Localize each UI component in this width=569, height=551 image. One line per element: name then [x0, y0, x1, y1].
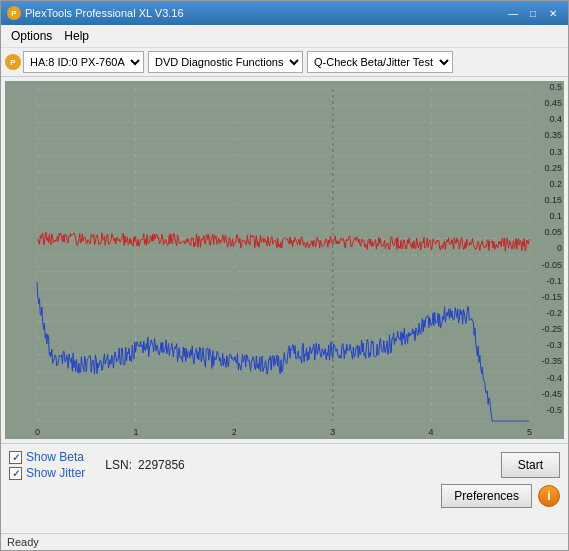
chart-canvas: [5, 81, 564, 439]
show-jitter-checkbox[interactable]: [9, 467, 22, 480]
drive-dropdown[interactable]: HA:8 ID:0 PX-760A: [23, 51, 144, 73]
x-label: 2: [232, 427, 237, 437]
y-right-label: 0.3: [534, 148, 562, 157]
show-jitter-label: Show Jitter: [26, 466, 85, 480]
title-bar-left: P PlexTools Professional XL V3.16: [7, 6, 184, 20]
y-right-label: -0.15: [534, 293, 562, 302]
bottom-row1: Show Beta Show Jitter LSN: 2297856 Start: [9, 450, 560, 480]
lsn-value: 2297856: [138, 458, 185, 472]
y-right-label: 0.2: [534, 180, 562, 189]
y-right-label: 0.05: [534, 228, 562, 237]
x-axis-labels: 012345: [35, 427, 532, 437]
y-right-label: -0.45: [534, 390, 562, 399]
info-button[interactable]: i: [538, 485, 560, 507]
y-right-label: 0.5: [534, 83, 562, 92]
status-text: Ready: [7, 536, 39, 548]
chart-area: High Low 0.50.450.40.350.30.250.20.150.1…: [5, 81, 564, 439]
y-right-label: -0.1: [534, 277, 562, 286]
function-dropdown[interactable]: DVD Diagnostic Functions: [148, 51, 303, 73]
lsn-section: LSN: 2297856: [105, 458, 184, 472]
show-beta-label: Show Beta: [26, 450, 84, 464]
close-button[interactable]: ✕: [544, 5, 562, 21]
drive-icon: P: [5, 54, 21, 70]
y-right-label: -0.5: [534, 406, 562, 415]
menu-options[interactable]: Options: [5, 27, 58, 45]
y-right-label: -0.05: [534, 261, 562, 270]
menu-help[interactable]: Help: [58, 27, 95, 45]
y-right-label: 0: [534, 244, 562, 253]
x-label: 4: [429, 427, 434, 437]
app-icon: P: [7, 6, 21, 20]
checkbox-group: Show Beta Show Jitter: [9, 450, 85, 480]
y-right-label: -0.25: [534, 325, 562, 334]
menu-bar: Options Help: [1, 25, 568, 48]
x-label: 1: [133, 427, 138, 437]
x-label: 5: [527, 427, 532, 437]
title-bar: P PlexTools Professional XL V3.16 — □ ✕: [1, 1, 568, 25]
y-right-label: -0.2: [534, 309, 562, 318]
x-label: 3: [330, 427, 335, 437]
bottom-panel: Show Beta Show Jitter LSN: 2297856 Start…: [1, 443, 568, 533]
bottom-row2: Preferences i: [9, 484, 560, 508]
toolbar: P HA:8 ID:0 PX-760A DVD Diagnostic Funct…: [1, 48, 568, 77]
drive-selector: P HA:8 ID:0 PX-760A: [5, 51, 144, 73]
status-bar: Ready: [1, 533, 568, 550]
show-beta-checkbox[interactable]: [9, 451, 22, 464]
y-right-label: 0.4: [534, 115, 562, 124]
show-jitter-item[interactable]: Show Jitter: [9, 466, 85, 480]
y-right-label: 0.45: [534, 99, 562, 108]
y-right-label: -0.4: [534, 374, 562, 383]
y-right-label: 0.15: [534, 196, 562, 205]
x-label: 0: [35, 427, 40, 437]
start-button[interactable]: Start: [501, 452, 560, 478]
y-right-label: -0.35: [534, 357, 562, 366]
maximize-button[interactable]: □: [524, 5, 542, 21]
minimize-button[interactable]: —: [504, 5, 522, 21]
window-title: PlexTools Professional XL V3.16: [25, 7, 184, 19]
y-right-label: 0.35: [534, 131, 562, 140]
window-controls: — □ ✕: [504, 5, 562, 21]
show-beta-item[interactable]: Show Beta: [9, 450, 85, 464]
test-dropdown[interactable]: Q-Check Beta/Jitter Test: [307, 51, 453, 73]
main-window: P PlexTools Professional XL V3.16 — □ ✕ …: [0, 0, 569, 551]
y-right-label: 0.1: [534, 212, 562, 221]
y-right-label: -0.3: [534, 341, 562, 350]
lsn-label: LSN:: [105, 458, 132, 472]
y-right-label: 0.25: [534, 164, 562, 173]
preferences-button[interactable]: Preferences: [441, 484, 532, 508]
y-axis-right: 0.50.450.40.350.30.250.20.150.10.050-0.0…: [534, 81, 562, 417]
